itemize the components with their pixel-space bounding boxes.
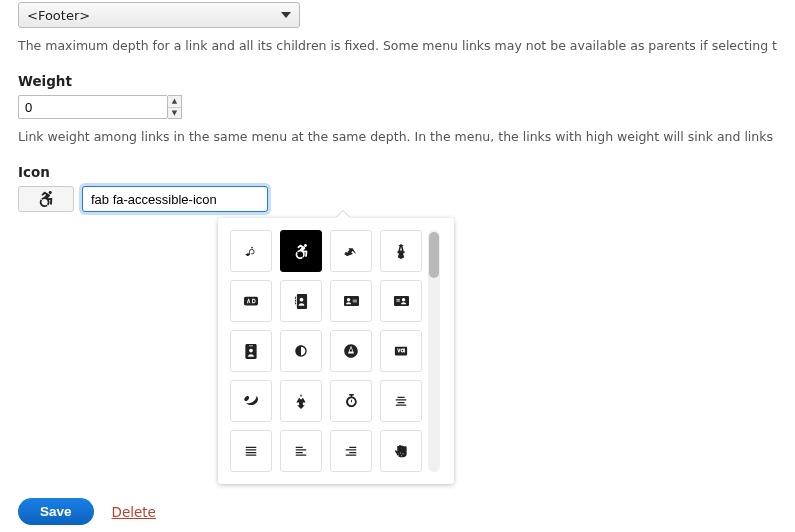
popover-arrow: [336, 211, 350, 218]
icon-option-accessible-icon[interactable]: [280, 230, 322, 272]
weight-label: Weight: [18, 73, 777, 89]
icon-picker-scrollbar[interactable]: [428, 230, 440, 472]
icon-class-input[interactable]: [82, 186, 268, 212]
icon-option-id-card[interactable]: [380, 280, 422, 322]
parent-link-description: The maximum depth for a link and all its…: [18, 38, 777, 53]
icon-option-acquisitions-incorporated[interactable]: [380, 230, 422, 272]
icon-option-adversal[interactable]: [380, 330, 422, 372]
icon-label: Icon: [18, 164, 777, 180]
accessible-icon: [38, 191, 54, 207]
icon-option-500px[interactable]: [230, 230, 272, 272]
icon-option-adn[interactable]: [330, 330, 372, 372]
icon-option-air-freshener[interactable]: [280, 380, 322, 422]
stepper-down-icon[interactable]: ▼: [168, 108, 181, 119]
scrollbar-thumb[interactable]: [429, 232, 439, 278]
parent-link-select[interactable]: <Footer>: [18, 2, 300, 28]
stepper-up-icon[interactable]: ▲: [168, 96, 181, 108]
icon-option-align-justify[interactable]: [230, 430, 272, 472]
weight-input[interactable]: [18, 95, 168, 119]
parent-link-value: <Footer>: [27, 8, 90, 23]
icon-option-id-badge[interactable]: [230, 330, 272, 372]
icon-option-address-book[interactable]: [280, 280, 322, 322]
icon-option-address-card[interactable]: [330, 280, 372, 322]
icon-picker-popover: [218, 218, 454, 484]
icon-option-affiliatetheme[interactable]: [230, 380, 272, 422]
icon-option-allergies[interactable]: [380, 430, 422, 472]
save-button[interactable]: Save: [18, 498, 94, 525]
icon-option-align-center[interactable]: [380, 380, 422, 422]
delete-link[interactable]: Delete: [112, 504, 156, 520]
icon-option-ad[interactable]: [230, 280, 272, 322]
icon-option-stopwatch[interactable]: [330, 380, 372, 422]
icon-option-align-left[interactable]: [280, 430, 322, 472]
weight-stepper[interactable]: ▲ ▼: [168, 95, 182, 119]
icon-option-adjust[interactable]: [280, 330, 322, 372]
weight-description: Link weight among links in the same menu…: [18, 129, 777, 144]
icon-preview-button[interactable]: [18, 186, 74, 212]
icon-option-align-right[interactable]: [330, 430, 372, 472]
chevron-down-icon: [281, 12, 291, 18]
icon-option-accusoft[interactable]: [330, 230, 372, 272]
